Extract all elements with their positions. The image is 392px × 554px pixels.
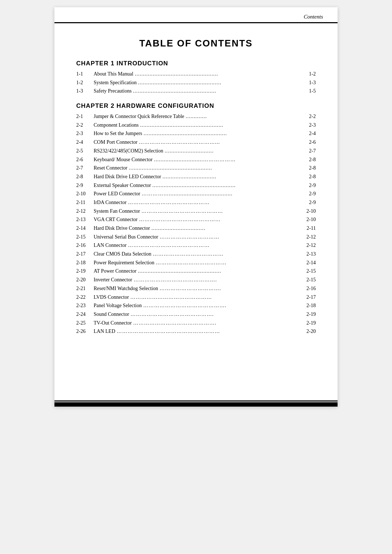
toc-number: 2-11 [76,199,94,207]
toc-dots: ………………………………… [153,250,298,258]
toc-number: 1-1 [76,70,94,78]
toc-label: Power LED Connector ……………...............… [94,190,298,198]
toc-title: RS232/422/485(COM2) Selection [94,147,163,155]
toc-number: 2-7 [76,164,94,172]
toc-label: AT Power Connector .....................… [94,267,298,275]
toc-title: Hard Disk Drive LED Connector [94,173,161,181]
toc-title: External Speaker Connector [94,182,151,190]
toc-label: System Specification ...................… [94,79,298,87]
toc-label: Hard Disk Drive Connector ..............… [94,224,298,232]
toc-entry-1-1: 1-1 About This Manual ..................… [76,70,316,78]
toc-label: LAN LED ………………………………………………… [94,327,298,335]
toc-title: Hard Disk Drive Connector [94,224,150,232]
toc-label: About This Manual ......................… [94,70,298,78]
toc-page: 2-8 [298,156,316,164]
toc-number: 2-23 [76,302,94,310]
toc-page: 2-8 [298,173,316,181]
toc-label: Component Locations ....................… [94,121,298,129]
toc-label: COM Port Connector ……………………………………... [94,138,298,146]
toc-title: IrDA Connector [94,199,127,207]
bottom-bar-accent [54,400,338,402]
toc-number: 2-24 [76,310,94,318]
toc-number: 2-10 [76,190,94,198]
toc-entry-2-10: 2-11 IrDA Connector ……………………………………… 2-9 [76,199,316,207]
toc-dots: ........................................… [138,79,298,87]
toc-dots: ………………………………………. [133,319,298,327]
toc-number: 2-15 [76,233,94,241]
toc-page: 2-16 [298,285,316,293]
toc-label: RS232/422/485(COM2) Selection ..........… [94,147,298,155]
toc-number: 2-13 [76,216,94,224]
toc-number: 2-26 [76,327,94,335]
toc-entry-1-3: 1-3 Safety Precautions .................… [76,87,316,95]
toc-dots: ……………………………………… [139,216,298,224]
toc-page: 1-5 [298,87,316,95]
toc-dots: ………………………………… [156,259,298,267]
toc-dots: ........................................… [144,130,298,138]
toc-title: Reset Connector [94,164,127,172]
toc-entry-2-22: 2-23 Panel Voltage Selection ……………………………… [76,302,316,310]
toc-page: 2-10 [298,216,316,224]
toc-page: 2-17 [298,293,316,301]
toc-entry-2-6: 2-7 Reset Connector ....................… [76,164,316,172]
toc-label: Panel Voltage Selection ………………………………………. [94,302,298,310]
toc-page: 2-6 [298,138,316,146]
page: Contents TABLE OF CONTENTS CHAPTER 1 INT… [54,7,338,407]
toc-label: IrDA Connector ……………………………………… [94,199,298,207]
toc-page: 2-12 [298,241,316,249]
toc-page: 2-7 [298,147,316,155]
toc-number: 2-6 [76,156,94,164]
toc-dots: ………………………………………………… [117,327,299,335]
toc-label: Keyboard/ Mouse Connector ..............… [94,156,298,164]
content-area: TABLE OF CONTENTS CHAPTER 1 INTRODUCTION… [54,23,338,356]
toc-label: External Speaker Connector .............… [94,182,298,190]
toc-page: 2-19 [298,319,316,327]
toc-entry-2-0: 2-1 Jumper & Connector Quick Reference T… [76,113,316,121]
toc-dots: ........................................… [129,164,298,172]
toc-number: 2-1 [76,113,94,121]
toc-entry-2-1: 2-2 Component Locations ................… [76,121,316,129]
toc-label: Reset Connector ........................… [94,164,298,172]
toc-page: 2-4 [298,130,316,138]
toc-dots: ………………………………………. [134,276,298,284]
toc-number: 2-9 [76,182,94,190]
toc-number: 2-3 [76,130,94,138]
toc-number: 2-17 [76,250,94,258]
toc-title: LVDS Connector [94,293,129,301]
toc-entry-2-14: 2-15 Universal Serial Bus Connector …………… [76,233,316,241]
toc-number: 2-20 [76,276,94,284]
toc-page: 2-9 [298,182,316,190]
toc-label: Hard Disk Drive LED Connector ..........… [94,173,298,181]
toc-entry-1-2: 1-2 System Specification ...............… [76,79,316,87]
chapter-2-heading: CHAPTER 2 HARDWARE CONFIGURATION [76,102,316,110]
toc-number: 2-21 [76,285,94,293]
toc-dots: ........................................… [133,87,298,95]
toc-dots: ........................................… [152,182,298,190]
toc-number: 2-4 [76,138,94,146]
toc-dots: ........................................… [135,70,298,78]
toc-number: 2-2 [76,121,94,129]
toc-page: 2-20 [298,327,316,335]
toc-label: TV-Out Connector ………………………………………. [94,319,298,327]
toc-entry-2-7: 2-8 Hard Disk Drive LED Connector ......… [76,173,316,181]
toc-title: Jumper & Connector Quick Reference Table [94,113,184,121]
toc-title: Inverter Connector [94,276,132,284]
toc-label: Reset/NMI Watchdog Selection ……………………………… [94,285,298,293]
toc-page: 2-2 [298,113,316,121]
toc-title: VGA CRT Connector [94,216,138,224]
chapter-1-section: CHAPTER 1 INTRODUCTION 1-1 About This Ma… [76,60,316,95]
toc-page: 2-8 [298,164,316,172]
toc-label: VGA CRT Connector ……………………………………… [94,216,298,224]
toc-title: Panel Voltage Selection [94,302,142,310]
toc-page: 2-3 [298,121,316,129]
toc-title: About This Manual [94,70,133,78]
toc-page: 2-10 [298,207,316,215]
toc-dots: ……………………………………… [128,199,298,207]
toc-title: Reset/NMI Watchdog Selection [94,285,158,293]
toc-title: LAN LED [94,327,115,335]
toc-entry-2-15: 2-16 LAN Connector ……………………………………… 2-12 [76,241,316,249]
toc-entry-2-13: 2-14 Hard Disk Drive Connector .........… [76,224,316,232]
top-bar: Contents [54,7,338,23]
toc-label: Power Requirement Selection ………………………………… [94,259,298,267]
toc-entry-2-19: 2-20 Inverter Connector ……………………………………….… [76,276,316,284]
